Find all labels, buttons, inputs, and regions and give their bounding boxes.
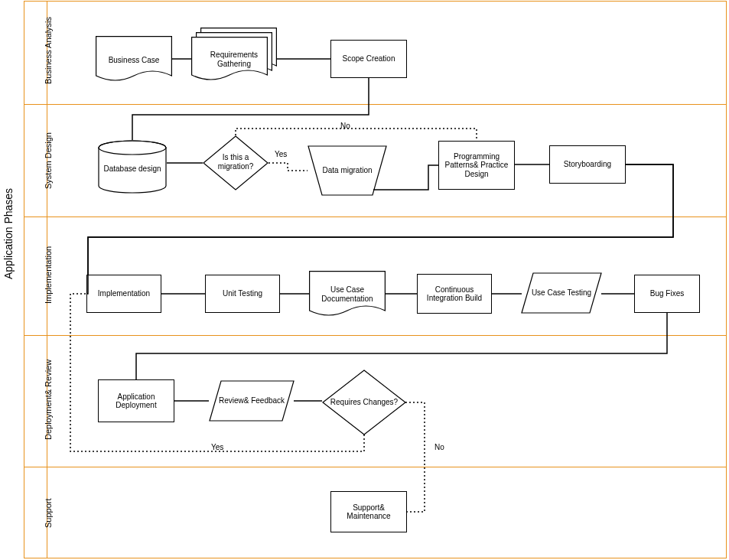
lane-label-ba: Business Analysis [44, 17, 53, 84]
node-ci-build: Continuous Integration Build [417, 274, 492, 314]
node-label: Implementation [98, 289, 150, 298]
swimlane-diagram: Application Phases Business Analysis Sys… [0, 0, 729, 560]
axis-title: Application Phases [2, 188, 15, 279]
node-label: Requirements Gathering [191, 50, 277, 68]
node-label: Requires Changes? [322, 398, 406, 407]
node-database-design: Database design [98, 140, 167, 194]
node-requirements: Requirements Gathering [191, 28, 277, 87]
node-label: Is this a migration? [203, 153, 268, 171]
node-label: Database design [98, 164, 167, 174]
node-implementation: Implementation [86, 275, 161, 313]
node-requires-changes: Requires Changes? [322, 370, 406, 435]
node-label: Review& Feedback [209, 396, 295, 405]
node-label: Continuous Integration Build [421, 285, 488, 303]
lane-label-sd: System Design [44, 132, 53, 189]
lane-divider-1 [24, 104, 727, 105]
node-business-case: Business Case [96, 36, 172, 85]
node-review-feedback: Review& Feedback [209, 380, 295, 422]
node-patterns-practice: Programming Patterns& Practice Design [438, 141, 515, 190]
lane-divider-3 [24, 335, 727, 336]
node-use-case-doc: Use Case Documentation [309, 271, 386, 320]
node-label: Scope Creation [343, 54, 395, 63]
node-label: Use Case Testing [521, 288, 602, 298]
edge-label-changes-yes: Yes [211, 443, 223, 451]
node-bug-fixes: Bug Fixes [634, 275, 700, 313]
node-data-migration: Data migration [308, 145, 387, 196]
node-label: Storyboarding [564, 160, 611, 169]
node-app-deployment: Application Deployment [98, 379, 174, 422]
lane-label-impl: Implementation [44, 246, 53, 304]
edge-label-migration-no: No [340, 122, 350, 130]
node-label: Support& Maintenance [334, 503, 403, 521]
edge-label-changes-no: No [434, 443, 444, 451]
lane-divider-4 [24, 467, 727, 467]
node-label: Application Deployment [102, 392, 171, 410]
node-use-case-testing: Use Case Testing [521, 272, 602, 314]
lane-divider-2 [24, 217, 727, 217]
node-label: Bug Fixes [650, 289, 684, 298]
node-label: Data migration [308, 166, 387, 175]
node-label: Programming Patterns& Practice Design [442, 152, 511, 179]
node-label: Unit Testing [223, 289, 262, 298]
node-support-maintenance: Support& Maintenance [330, 491, 407, 532]
node-is-migration: Is this a migration? [203, 135, 268, 190]
node-label: Business Case [96, 56, 172, 65]
edge-label-migration-yes: Yes [275, 150, 287, 158]
node-label: Use Case Documentation [309, 285, 386, 303]
node-unit-testing: Unit Testing [205, 275, 280, 313]
lane-label-dr: Deployment& Review [44, 360, 53, 440]
lane-label-sup: Support [44, 498, 53, 528]
node-storyboarding: Storyboarding [549, 145, 626, 184]
node-scope-creation: Scope Creation [330, 40, 407, 78]
